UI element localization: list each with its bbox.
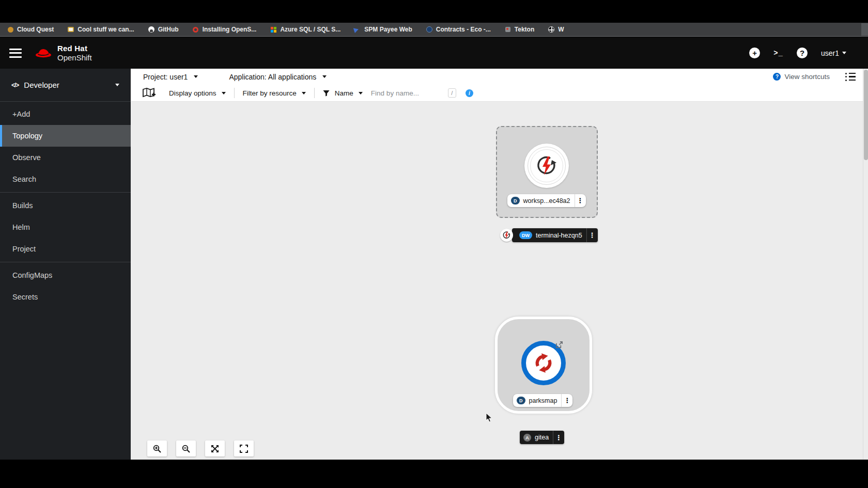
fullscreen-icon [240, 445, 248, 453]
bookmark-spm-payee[interactable]: SPM Payee Web [354, 26, 412, 33]
scrollbar[interactable] [863, 69, 868, 460]
bookmark-azure-sql[interactable]: Azure SQL / SQL S... [270, 26, 340, 33]
help-question-icon: ? [773, 73, 781, 81]
window-icon [68, 26, 74, 33]
workspace-bolt-mini-icon [502, 231, 511, 240]
user-menu[interactable]: user1 [821, 49, 846, 57]
kebab-menu-icon[interactable]: ⋮ [553, 431, 564, 444]
orange-circle-icon [7, 26, 13, 33]
view-shortcuts-label: View shortcuts [784, 73, 830, 81]
zoom-out-icon [182, 445, 190, 453]
chevron-down-icon [115, 84, 119, 86]
display-options-dropdown[interactable]: Display options [161, 85, 234, 101]
name-filter-label: Name [335, 89, 353, 97]
sidebar-item-secrets[interactable]: Secrets [0, 286, 131, 308]
blue-mark-icon [354, 26, 361, 33]
zoom-in-icon [153, 445, 161, 453]
sidebar-item-observe[interactable]: Observe [0, 147, 131, 168]
sidebar-item-search[interactable]: Search [0, 168, 131, 190]
bookmark-contracts[interactable]: Contracts - Eco -... [426, 26, 491, 33]
bookmark-installing-openshift[interactable]: Installing OpenS... [193, 26, 257, 33]
filter-by-resource-dropdown[interactable]: Filter by resource [235, 85, 314, 101]
bookmark-tekton[interactable]: Tekton [505, 26, 534, 33]
external-link-icon[interactable] [555, 341, 563, 351]
bookmark-label: GitHub [158, 26, 179, 33]
parksmap-sync-arrows-icon [532, 351, 555, 375]
filter-by-resource-label: Filter by resource [243, 89, 297, 97]
info-icon[interactable]: i [466, 89, 473, 97]
openshift-masthead: Red Hat OpenShift + >_ ? user1 [0, 37, 868, 69]
application-selector[interactable]: Application: All applications [229, 73, 327, 81]
chevron-down-icon [194, 75, 198, 78]
bookmark-github[interactable]: GitHub [148, 26, 179, 33]
quick-create-icon[interactable]: + [749, 48, 760, 58]
topology-canvas[interactable]: D worksp...ec48a2 ⋮ DW terminal-hezqn5 ⋮ [131, 102, 868, 460]
brand-logo[interactable]: Red Hat OpenShift [34, 44, 92, 62]
bookmark-cool-stuff[interactable]: Cool stuff we can... [68, 26, 134, 33]
web-terminal-icon[interactable]: >_ [773, 49, 783, 57]
sidebar-item-add[interactable]: +Add [0, 103, 131, 125]
nav-divider [0, 262, 131, 262]
devworkspace-badge: DW [519, 231, 532, 239]
perspective-switcher[interactable]: </> Developer [0, 69, 131, 102]
bookmark-label: Tekton [515, 26, 534, 33]
context-bar: Project: user1 Application: All applicat… [131, 69, 868, 85]
list-view-toggle-icon[interactable] [845, 73, 856, 81]
application-selector-label: Application: All applications [229, 73, 316, 81]
screen: Cloud Quest Cool stuff we can... GitHub … [0, 0, 868, 488]
parksmap-node-label[interactable]: D parksmap ⋮ [513, 394, 572, 407]
chevron-down-icon [359, 92, 363, 95]
terminal-node-icon[interactable] [500, 229, 513, 242]
workspace-node[interactable] [524, 144, 569, 188]
map-plus-icon [142, 87, 156, 99]
parksmap-node-name: parksmap [529, 397, 557, 404]
workspace-node-name: worksp...ec48a2 [523, 197, 570, 204]
fullscreen-button[interactable] [234, 440, 254, 456]
kebab-menu-icon[interactable]: ⋮ [586, 228, 598, 242]
sidebar-item-project[interactable]: Project [0, 238, 131, 260]
zoom-out-button[interactable] [176, 440, 196, 456]
export-application-icon[interactable] [137, 85, 161, 101]
slash-shortcut-hint: / [448, 88, 456, 98]
find-by-name-input[interactable] [371, 89, 436, 97]
sidebar-item-builds[interactable]: Builds [0, 195, 131, 216]
scrollbar-thumb[interactable] [864, 70, 868, 160]
canvas-controls [147, 440, 254, 456]
workspace-node-label[interactable]: D worksp...ec48a2 ⋮ [507, 194, 586, 207]
sidebar-item-helm[interactable]: Helm [0, 216, 131, 238]
browser-bookmarks-bar: Cloud Quest Cool stuff we can... GitHub … [0, 23, 868, 37]
mouse-cursor [486, 413, 493, 425]
side-nav: </> Developer +Add Topology Observe Sear… [0, 69, 131, 460]
deployment-badge: D [517, 397, 525, 404]
application-badge: A [523, 434, 531, 442]
bookmark-cloud-quest[interactable]: Cloud Quest [7, 26, 54, 33]
bookmark-label: SPM Payee Web [364, 26, 412, 33]
bookmark-label: Azure SQL / SQL S... [280, 26, 340, 33]
view-shortcuts-link[interactable]: ? View shortcuts [773, 73, 830, 81]
kebab-menu-icon[interactable]: ⋮ [575, 194, 586, 207]
display-options-label: Display options [169, 89, 216, 97]
bookmark-w[interactable]: W [548, 26, 564, 33]
terminal-node-name: terminal-hezqn5 [536, 232, 582, 239]
zoom-in-button[interactable] [147, 440, 167, 456]
name-filter-dropdown[interactable]: Name [315, 85, 371, 101]
gitea-node-label[interactable]: A gitea ⋮ [520, 431, 564, 444]
brand-line1: Red Hat [57, 44, 92, 53]
nav-divider [0, 192, 131, 193]
fit-to-screen-icon [211, 445, 219, 453]
nav-list: +Add Topology Observe Search Builds Helm… [0, 102, 131, 308]
help-icon[interactable]: ? [797, 48, 808, 58]
sidebar-item-topology[interactable]: Topology [0, 125, 131, 147]
hamburger-menu-icon[interactable] [9, 49, 22, 58]
terminal-node-label[interactable]: DW terminal-hezqn5 ⋮ [512, 228, 598, 242]
project-selector[interactable]: Project: user1 [143, 73, 198, 81]
chevron-down-icon [222, 92, 226, 95]
kebab-menu-icon[interactable]: ⋮ [561, 394, 572, 407]
filter-funnel-icon [323, 90, 330, 97]
deployment-badge: D [511, 197, 520, 204]
fit-to-screen-button[interactable] [205, 440, 225, 456]
chevron-down-icon [842, 52, 846, 54]
sidebar-item-configmaps[interactable]: ConfigMaps [0, 264, 131, 286]
perspective-label: Developer [24, 81, 59, 89]
bookmarks-bar-scroll-notch [861, 23, 868, 36]
